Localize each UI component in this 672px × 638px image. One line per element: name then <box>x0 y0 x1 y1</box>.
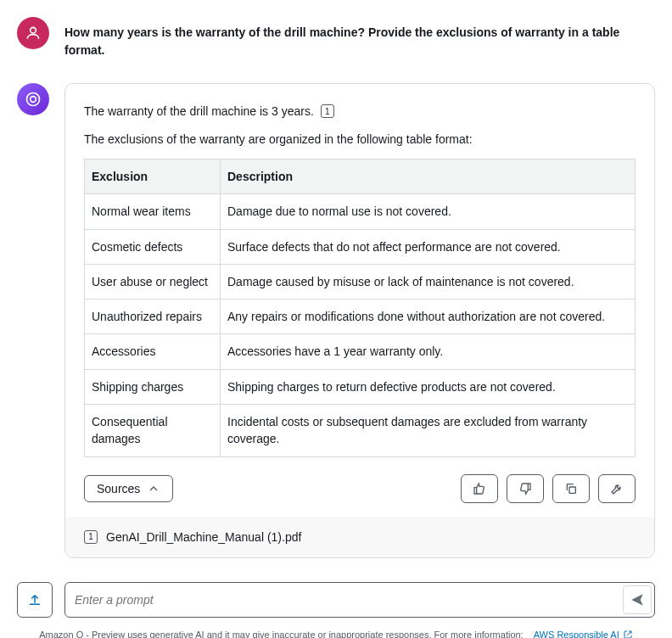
disclaimer-text: Amazon Q - Preview uses generative AI an… <box>39 630 523 638</box>
table-row: Consequential damagesIncidental costs or… <box>85 405 636 457</box>
copy-button[interactable] <box>552 474 590 503</box>
chevron-up-icon <box>147 482 160 495</box>
prompt-input[interactable] <box>68 586 623 613</box>
bot-answer-line1: The warranty of the drill machine is 3 y… <box>84 103 636 120</box>
footer: Amazon Q - Preview uses generative AI an… <box>17 630 655 638</box>
bot-message-row: The warranty of the drill machine is 3 y… <box>17 83 655 558</box>
bot-response-card: The warranty of the drill machine is 3 y… <box>64 83 655 558</box>
table-row: Cosmetic defectsSurface defects that do … <box>85 229 636 264</box>
sources-toggle-button[interactable]: Sources <box>84 475 173 502</box>
prompt-input-container <box>64 582 655 618</box>
user-question: How many years is the warranty of the dr… <box>64 17 655 59</box>
copy-icon <box>564 482 578 495</box>
settings-button[interactable] <box>598 474 636 503</box>
source-filename[interactable]: GenAI_Drill_Machine_Manual (1).pdf <box>106 530 301 544</box>
svg-point-2 <box>31 97 36 103</box>
bot-avatar <box>17 83 49 115</box>
table-row: AccessoriesAccessories have a 1 year war… <box>85 334 636 369</box>
svg-rect-3 <box>569 487 575 493</box>
input-row <box>17 582 655 618</box>
user-message-row: How many years is the warranty of the dr… <box>17 17 655 59</box>
thumbs-down-icon <box>518 482 532 495</box>
thumbs-up-button[interactable] <box>461 474 498 503</box>
thumbs-down-button[interactable] <box>507 474 544 503</box>
send-button[interactable] <box>623 585 652 614</box>
wrench-icon <box>610 482 624 495</box>
table-header-exclusion: Exclusion <box>85 160 221 194</box>
citation-badge-1[interactable]: 1 <box>321 104 334 118</box>
svg-point-0 <box>31 27 36 33</box>
upload-button[interactable] <box>17 582 53 618</box>
svg-point-1 <box>27 93 40 106</box>
responsible-ai-link[interactable]: AWS Responsible AI <box>534 630 633 638</box>
thumbs-up-icon <box>473 482 486 495</box>
warranty-exclusions-table: Exclusion Description Normal wear itemsD… <box>84 159 636 457</box>
bot-answer-line2: The exclusions of the warranty are organ… <box>84 131 636 148</box>
response-actions: Sources <box>84 473 636 503</box>
table-row: Shipping chargesShipping charges to retu… <box>85 369 636 404</box>
table-row: Normal wear itemsDamage due to normal us… <box>85 194 636 229</box>
table-row: User abuse or neglectDamage caused by mi… <box>85 264 636 299</box>
source-number-badge[interactable]: 1 <box>84 530 98 544</box>
table-header-description: Description <box>221 160 636 194</box>
table-row: Unauthorized repairsAny repairs or modif… <box>85 299 636 334</box>
external-link-icon <box>623 630 633 638</box>
send-icon <box>630 592 645 607</box>
upload-icon <box>27 592 42 607</box>
sources-panel: 1 GenAI_Drill_Machine_Manual (1).pdf <box>65 517 654 557</box>
user-avatar <box>17 17 49 49</box>
